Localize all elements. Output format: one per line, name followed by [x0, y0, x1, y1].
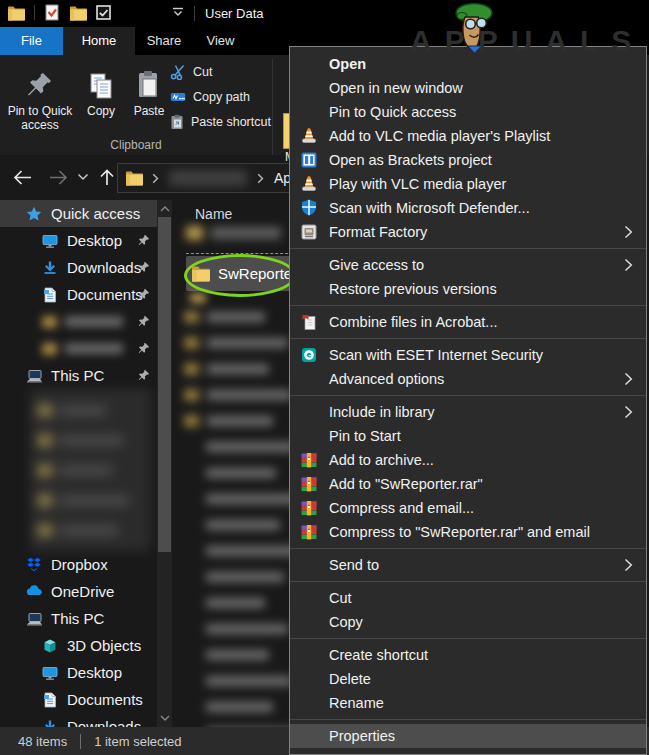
- sidebar-item-downloads[interactable]: Downloads: [0, 254, 157, 281]
- menu-item-add-to-swreporter-rar[interactable]: Add to "SwReporter.rar": [290, 472, 646, 496]
- menu-item-pin-to-start[interactable]: Pin to Start: [290, 424, 646, 448]
- onedrive-icon: [26, 584, 42, 600]
- sidebar-item-desktop[interactable]: Desktop: [0, 659, 157, 686]
- folder-icon[interactable]: [7, 5, 25, 21]
- menu-item-advanced-options[interactable]: Advanced options: [290, 367, 646, 391]
- paste-button[interactable]: Paste: [124, 58, 174, 134]
- icon-spacer: [300, 403, 318, 421]
- sidebar-item-redacted[interactable]: [0, 308, 157, 335]
- breadcrumb-redacted[interactable]: [169, 170, 247, 186]
- menu-item-label: Open in new window: [329, 80, 463, 96]
- menu-item-label: Create shortcut: [329, 647, 428, 663]
- quick-access-star-icon: [26, 206, 42, 222]
- menu-item-scan-with-eset-internet-security[interactable]: Scan with ESET Internet Security: [290, 343, 646, 367]
- scrollbar-down-icon[interactable]: [157, 710, 172, 726]
- icon-spacer: [300, 694, 318, 712]
- icon-spacer: [300, 103, 318, 121]
- forward-icon[interactable]: [48, 168, 69, 187]
- menu-item-play-with-vlc-media-player[interactable]: Play with VLC media player: [290, 172, 646, 196]
- redacted-file-row[interactable]: [190, 293, 206, 303]
- menu-item-open-in-new-window[interactable]: Open in new window: [290, 76, 646, 100]
- icon-spacer: [300, 370, 318, 388]
- redacted-file-row[interactable]: [186, 226, 281, 240]
- sidebar-item-dropbox[interactable]: Dropbox: [0, 551, 157, 578]
- copy-path-button[interactable]: Copy path: [170, 84, 271, 109]
- menu-item-copy[interactable]: Copy: [290, 610, 646, 634]
- submenu-arrow-icon: [624, 225, 633, 239]
- scrollbar-thumb[interactable]: [158, 217, 171, 552]
- document-check-icon[interactable]: [44, 4, 60, 21]
- menu-item-compress-to-swreporter-rar-and-email[interactable]: Compress to "SwReporter.rar" and email: [290, 520, 646, 544]
- sidebar-item-this-pc[interactable]: This PC: [0, 605, 157, 632]
- menu-item-create-shortcut[interactable]: Create shortcut: [290, 643, 646, 667]
- menu-item-combine-files-in-acrobat[interactable]: Combine files in Acrobat...: [290, 310, 646, 334]
- tab-file[interactable]: File: [0, 27, 63, 55]
- menu-item-rename[interactable]: Rename: [290, 691, 646, 715]
- back-icon[interactable]: [12, 168, 33, 187]
- menu-item-label: Open as Brackets project: [329, 152, 492, 168]
- tab-view[interactable]: View: [193, 27, 248, 55]
- winrar-icon: [300, 475, 318, 493]
- menu-item-pin-to-quick-access[interactable]: Pin to Quick access: [290, 100, 646, 124]
- pin-button[interactable]: Pin to Quick access: [2, 58, 78, 134]
- sidebar-item-redacted[interactable]: [0, 335, 157, 362]
- sidebar-item-this-pc[interactable]: This PC: [0, 362, 157, 389]
- breadcrumb-chevron-icon[interactable]: [257, 173, 264, 184]
- menu-item-compress-and-email[interactable]: Compress and email...: [290, 496, 646, 520]
- breadcrumb-chevron-icon[interactable]: [152, 173, 159, 184]
- customize-qat-caret-icon[interactable]: [172, 7, 184, 17]
- sidebar-item-label: Desktop: [67, 232, 122, 249]
- ribbon-big-buttons: Pin to Quick accessCopyPaste: [2, 58, 174, 134]
- ribbon-button-label: Paste: [134, 104, 165, 118]
- menu-item-delete[interactable]: Delete: [290, 667, 646, 691]
- menu-item-properties[interactable]: Properties: [290, 724, 646, 748]
- pin-icon: [137, 288, 150, 301]
- history-caret-icon[interactable]: [77, 173, 89, 181]
- menu-item-cut[interactable]: Cut: [290, 586, 646, 610]
- menu-item-format-factory[interactable]: Format Factory: [290, 220, 646, 244]
- menu-item-add-to-archive[interactable]: Add to archive...: [290, 448, 646, 472]
- cut-button[interactable]: Cut: [170, 59, 271, 84]
- name-column-header[interactable]: Name: [195, 206, 232, 222]
- ribbon-button-label: Copy: [87, 104, 115, 118]
- quick-access-toolbar: [7, 4, 111, 21]
- paste-shortcut-icon: [170, 114, 184, 130]
- icon-spacer: [300, 646, 318, 664]
- menu-separator: [290, 248, 646, 249]
- 3d-objects-icon: [42, 638, 58, 654]
- menu-item-open-as-brackets-project[interactable]: Open as Brackets project: [290, 148, 646, 172]
- menu-item-restore-previous-versions[interactable]: Restore previous versions: [290, 277, 646, 301]
- menu-item-label: Restore previous versions: [329, 281, 497, 297]
- sidebar-item-downloads[interactable]: Downloads: [0, 713, 157, 727]
- sidebar-item-onedrive[interactable]: OneDrive: [0, 578, 157, 605]
- menu-item-label: Advanced options: [329, 371, 444, 387]
- sidebar-item-desktop[interactable]: Desktop: [0, 227, 157, 254]
- menu-item-label: Add to VLC media player's Playlist: [329, 128, 550, 144]
- checkbox-icon[interactable]: [96, 5, 111, 20]
- tab-share[interactable]: Share: [135, 27, 193, 55]
- sidebar-item-documents[interactable]: Documents: [0, 281, 157, 308]
- paste-shortcut-button[interactable]: Paste shortcut: [170, 109, 271, 134]
- menu-item-scan-with-microsoft-defender[interactable]: Scan with Microsoft Defender...: [290, 196, 646, 220]
- redacted-content: [42, 343, 123, 355]
- menu-item-label: Properties: [329, 728, 395, 744]
- scrollbar-up-icon[interactable]: [157, 201, 172, 217]
- icon-spacer: [300, 727, 318, 745]
- menu-item-include-in-library[interactable]: Include in library: [290, 400, 646, 424]
- sidebar-item-quick-access[interactable]: Quick access: [0, 200, 157, 227]
- menu-item-send-to[interactable]: Send to: [290, 553, 646, 577]
- sidebar-item-documents[interactable]: Documents: [0, 686, 157, 713]
- ribbon-button-label: Paste shortcut: [191, 115, 271, 129]
- sidebar-scrollbar[interactable]: [157, 200, 172, 727]
- menu-item-label: Scan with Microsoft Defender...: [329, 200, 530, 216]
- sidebar-item-3d-objects[interactable]: 3D Objects: [0, 632, 157, 659]
- folder-icon[interactable]: [69, 5, 87, 21]
- tab-home[interactable]: Home: [63, 27, 135, 55]
- copy-button[interactable]: Copy: [78, 58, 124, 134]
- winrar-icon: [300, 523, 318, 541]
- menu-item-give-access-to[interactable]: Give access to: [290, 253, 646, 277]
- menu-item-add-to-vlc-media-player-s-playlist[interactable]: Add to VLC media player's Playlist: [290, 124, 646, 148]
- up-icon[interactable]: [98, 168, 116, 187]
- documents-icon: [42, 692, 58, 708]
- sidebar-item-label: 3D Objects: [67, 637, 141, 654]
